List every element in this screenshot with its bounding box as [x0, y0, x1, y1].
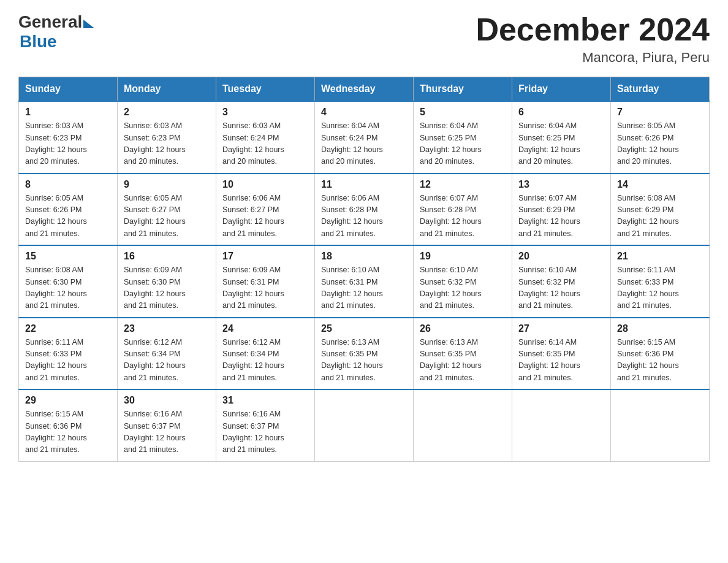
calendar-week-row: 22Sunrise: 6:11 AMSunset: 6:33 PMDayligh…	[19, 318, 710, 390]
day-number: 28	[617, 323, 703, 334]
day-number: 23	[124, 323, 210, 334]
calendar-cell: 6Sunrise: 6:04 AMSunset: 6:25 PMDaylight…	[512, 101, 611, 174]
calendar-cell: 28Sunrise: 6:15 AMSunset: 6:36 PMDayligh…	[611, 318, 710, 390]
day-number: 1	[25, 107, 111, 118]
day-info: Sunrise: 6:03 AMSunset: 6:23 PMDaylight:…	[25, 120, 111, 168]
calendar-cell: 4Sunrise: 6:04 AMSunset: 6:24 PMDaylight…	[315, 101, 414, 174]
day-info: Sunrise: 6:05 AMSunset: 6:26 PMDaylight:…	[617, 120, 703, 168]
day-info: Sunrise: 6:12 AMSunset: 6:34 PMDaylight:…	[222, 337, 308, 385]
calendar-header-row: SundayMondayTuesdayWednesdayThursdayFrid…	[19, 77, 710, 102]
calendar-cell: 23Sunrise: 6:12 AMSunset: 6:34 PMDayligh…	[118, 318, 216, 390]
day-number: 26	[420, 323, 506, 334]
day-info: Sunrise: 6:05 AMSunset: 6:27 PMDaylight:…	[124, 193, 210, 240]
day-info: Sunrise: 6:11 AMSunset: 6:33 PMDaylight:…	[617, 264, 703, 312]
day-number: 5	[420, 107, 506, 118]
day-number: 29	[25, 395, 111, 406]
day-number: 9	[124, 179, 210, 190]
day-number: 19	[420, 251, 506, 262]
calendar-cell: 10Sunrise: 6:06 AMSunset: 6:27 PMDayligh…	[216, 174, 315, 246]
day-info: Sunrise: 6:04 AMSunset: 6:24 PMDaylight:…	[321, 120, 407, 168]
calendar-cell: 15Sunrise: 6:08 AMSunset: 6:30 PMDayligh…	[19, 245, 118, 318]
day-info: Sunrise: 6:12 AMSunset: 6:34 PMDaylight:…	[124, 337, 210, 385]
calendar-cell: 2Sunrise: 6:03 AMSunset: 6:23 PMDaylight…	[118, 101, 216, 174]
calendar-cell	[611, 389, 710, 461]
calendar-week-row: 29Sunrise: 6:15 AMSunset: 6:36 PMDayligh…	[19, 389, 710, 461]
calendar-cell: 19Sunrise: 6:10 AMSunset: 6:32 PMDayligh…	[414, 245, 512, 318]
day-info: Sunrise: 6:08 AMSunset: 6:30 PMDaylight:…	[25, 264, 111, 312]
day-number: 17	[222, 251, 308, 262]
calendar-cell: 22Sunrise: 6:11 AMSunset: 6:33 PMDayligh…	[19, 318, 118, 390]
day-number: 3	[222, 107, 308, 118]
calendar-cell: 18Sunrise: 6:10 AMSunset: 6:31 PMDayligh…	[315, 245, 414, 318]
calendar-cell: 27Sunrise: 6:14 AMSunset: 6:35 PMDayligh…	[512, 318, 611, 390]
calendar-cell: 5Sunrise: 6:04 AMSunset: 6:25 PMDaylight…	[414, 101, 512, 174]
calendar-cell: 17Sunrise: 6:09 AMSunset: 6:31 PMDayligh…	[216, 245, 315, 318]
day-number: 11	[321, 179, 407, 190]
header-thursday: Thursday	[414, 77, 512, 102]
calendar-cell: 7Sunrise: 6:05 AMSunset: 6:26 PMDaylight…	[611, 101, 710, 174]
day-info: Sunrise: 6:09 AMSunset: 6:31 PMDaylight:…	[222, 264, 308, 312]
day-info: Sunrise: 6:04 AMSunset: 6:25 PMDaylight:…	[518, 120, 604, 168]
day-number: 20	[518, 251, 604, 262]
day-number: 14	[617, 179, 703, 190]
day-info: Sunrise: 6:07 AMSunset: 6:29 PMDaylight:…	[518, 193, 604, 240]
calendar-cell: 21Sunrise: 6:11 AMSunset: 6:33 PMDayligh…	[611, 245, 710, 318]
header-sunday: Sunday	[19, 77, 118, 102]
header-tuesday: Tuesday	[216, 77, 315, 102]
day-info: Sunrise: 6:05 AMSunset: 6:26 PMDaylight:…	[25, 193, 111, 240]
day-info: Sunrise: 6:07 AMSunset: 6:28 PMDaylight:…	[420, 193, 506, 240]
day-number: 12	[420, 179, 506, 190]
calendar-cell: 9Sunrise: 6:05 AMSunset: 6:27 PMDaylight…	[118, 174, 216, 246]
calendar-subtitle: Mancora, Piura, Peru	[476, 50, 710, 66]
day-number: 24	[222, 323, 308, 334]
day-number: 2	[124, 107, 210, 118]
day-info: Sunrise: 6:10 AMSunset: 6:32 PMDaylight:…	[420, 264, 506, 312]
day-info: Sunrise: 6:13 AMSunset: 6:35 PMDaylight:…	[420, 337, 506, 385]
day-info: Sunrise: 6:11 AMSunset: 6:33 PMDaylight:…	[25, 337, 111, 385]
day-info: Sunrise: 6:14 AMSunset: 6:35 PMDaylight:…	[518, 337, 604, 385]
day-number: 15	[25, 251, 111, 262]
header-monday: Monday	[118, 77, 216, 102]
day-info: Sunrise: 6:04 AMSunset: 6:25 PMDaylight:…	[420, 120, 506, 168]
day-number: 25	[321, 323, 407, 334]
day-number: 8	[25, 179, 111, 190]
day-number: 21	[617, 251, 703, 262]
day-info: Sunrise: 6:10 AMSunset: 6:32 PMDaylight:…	[518, 264, 604, 312]
calendar-cell	[414, 389, 512, 461]
header-friday: Friday	[512, 77, 611, 102]
calendar-cell: 25Sunrise: 6:13 AMSunset: 6:35 PMDayligh…	[315, 318, 414, 390]
day-info: Sunrise: 6:06 AMSunset: 6:28 PMDaylight:…	[321, 193, 407, 240]
header-wednesday: Wednesday	[315, 77, 414, 102]
day-info: Sunrise: 6:16 AMSunset: 6:37 PMDaylight:…	[124, 408, 210, 456]
day-number: 30	[124, 395, 210, 406]
day-info: Sunrise: 6:03 AMSunset: 6:24 PMDaylight:…	[222, 120, 308, 168]
calendar-week-row: 1Sunrise: 6:03 AMSunset: 6:23 PMDaylight…	[19, 101, 710, 174]
day-info: Sunrise: 6:09 AMSunset: 6:30 PMDaylight:…	[124, 264, 210, 312]
day-info: Sunrise: 6:15 AMSunset: 6:36 PMDaylight:…	[617, 337, 703, 385]
day-number: 31	[222, 395, 308, 406]
day-info: Sunrise: 6:08 AMSunset: 6:29 PMDaylight:…	[617, 193, 703, 240]
calendar-week-row: 8Sunrise: 6:05 AMSunset: 6:26 PMDaylight…	[19, 174, 710, 246]
day-number: 13	[518, 179, 604, 190]
logo: General Blue	[18, 12, 94, 52]
day-number: 7	[617, 107, 703, 118]
day-info: Sunrise: 6:13 AMSunset: 6:35 PMDaylight:…	[321, 337, 407, 385]
calendar-cell	[315, 389, 414, 461]
calendar-table: SundayMondayTuesdayWednesdayThursdayFrid…	[18, 77, 710, 462]
day-info: Sunrise: 6:06 AMSunset: 6:27 PMDaylight:…	[222, 193, 308, 240]
day-number: 27	[518, 323, 604, 334]
logo-text-general: General	[18, 12, 82, 32]
day-number: 16	[124, 251, 210, 262]
calendar-cell: 20Sunrise: 6:10 AMSunset: 6:32 PMDayligh…	[512, 245, 611, 318]
calendar-week-row: 15Sunrise: 6:08 AMSunset: 6:30 PMDayligh…	[19, 245, 710, 318]
day-number: 10	[222, 179, 308, 190]
day-info: Sunrise: 6:16 AMSunset: 6:37 PMDaylight:…	[222, 408, 308, 456]
calendar-cell	[512, 389, 611, 461]
day-info: Sunrise: 6:03 AMSunset: 6:23 PMDaylight:…	[124, 120, 210, 168]
calendar-cell: 12Sunrise: 6:07 AMSunset: 6:28 PMDayligh…	[414, 174, 512, 246]
day-number: 22	[25, 323, 111, 334]
calendar-cell: 31Sunrise: 6:16 AMSunset: 6:37 PMDayligh…	[216, 389, 315, 461]
day-number: 6	[518, 107, 604, 118]
calendar-cell: 3Sunrise: 6:03 AMSunset: 6:24 PMDaylight…	[216, 101, 315, 174]
calendar-cell: 1Sunrise: 6:03 AMSunset: 6:23 PMDaylight…	[19, 101, 118, 174]
